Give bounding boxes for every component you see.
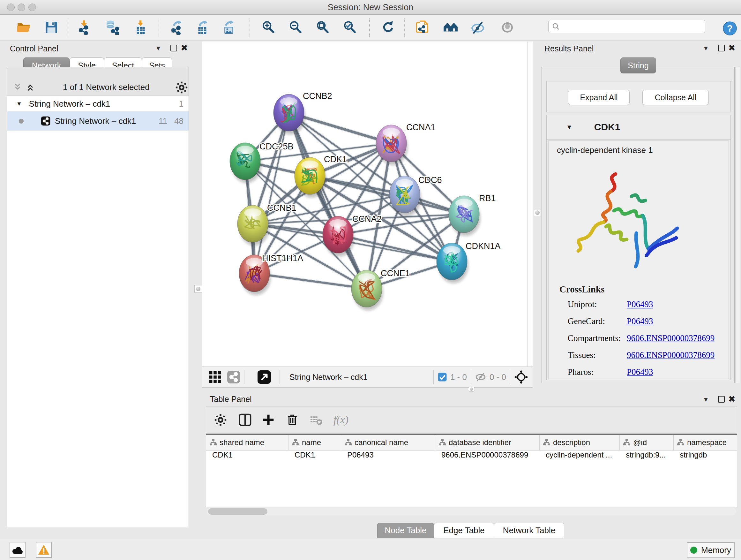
- tab-string[interactable]: String: [620, 57, 656, 73]
- control-panel-float-icon[interactable]: [171, 45, 177, 51]
- table-row[interactable]: CDK1CDK1P064939606.ENSP00000378699cyclin…: [206, 450, 737, 462]
- results-panel-collapse-icon[interactable]: ▼: [703, 45, 709, 52]
- expand-all-icon[interactable]: [25, 83, 36, 91]
- share-view-icon[interactable]: [227, 370, 240, 384]
- open-session-button[interactable]: [15, 18, 32, 37]
- export-table-button[interactable]: [194, 18, 212, 37]
- network-node[interactable]: [323, 216, 354, 256]
- export-image-button[interactable]: [220, 18, 238, 37]
- eye-slash-button[interactable]: [469, 18, 487, 37]
- gene-header-row[interactable]: ▼ CDK1: [546, 115, 731, 139]
- crosslink-link[interactable]: 9606.ENSP00000378699: [627, 333, 715, 343]
- control-panel-close-icon[interactable]: ✖: [181, 43, 188, 53]
- search-input[interactable]: [560, 22, 695, 31]
- left-splitter-handle[interactable]: [194, 285, 202, 293]
- warning-button[interactable]: [36, 542, 52, 558]
- crosslink-link[interactable]: 9606.ENSP00000378699: [627, 350, 715, 360]
- crosslink-row: Pharos:P06493: [568, 364, 729, 381]
- import-network-database-button[interactable]: [103, 18, 121, 37]
- collapse-all-button[interactable]: Collapse All: [643, 90, 709, 105]
- search-field[interactable]: [548, 20, 705, 33]
- network-label: String Network – cdk1: [55, 116, 136, 126]
- houses-button[interactable]: [442, 18, 460, 37]
- node-label: CCNE1: [381, 268, 410, 278]
- refresh-button[interactable]: [379, 18, 396, 37]
- table-hscrollbar-thumb[interactable]: [208, 508, 267, 515]
- results-panel-close-icon[interactable]: ✖: [728, 43, 736, 53]
- column-header-label: shared name: [219, 438, 264, 447]
- tab-edge-table[interactable]: Edge Table: [434, 523, 494, 538]
- open-in-new-window-icon[interactable]: [257, 370, 271, 384]
- table-panel-collapse-icon[interactable]: ▼: [703, 396, 709, 403]
- expand-all-button[interactable]: Expand All: [568, 90, 630, 105]
- import-table-button[interactable]: [131, 18, 149, 37]
- column-header-canonical-name[interactable]: canonical name: [341, 435, 435, 450]
- column-header-description[interactable]: description: [540, 435, 620, 450]
- crosslink-row: Compartments:9606.ENSP00000378699: [568, 330, 729, 347]
- houses-icon: [443, 20, 458, 35]
- crosslinks-list: Uniprot:P06493GeneCard:P06493Compartment…: [568, 296, 729, 381]
- cloud-button[interactable]: [10, 542, 25, 558]
- grid-view-icon[interactable]: [208, 370, 222, 384]
- network-node[interactable]: [449, 196, 480, 236]
- network-vertical-scrollbar[interactable]: [527, 42, 533, 367]
- table-cell: 9606.ENSP00000378699: [435, 450, 540, 462]
- network-node[interactable]: [436, 243, 468, 283]
- network-node[interactable]: [230, 143, 261, 183]
- column-header-database-identifier[interactable]: database identifier: [435, 435, 540, 450]
- export-table-icon: [196, 20, 210, 35]
- tab-string-label: String: [628, 61, 649, 70]
- table-hscrollbar-track[interactable]: [207, 508, 736, 515]
- network-node[interactable]: [238, 205, 269, 246]
- gene-disclosure-icon[interactable]: ▼: [566, 124, 572, 131]
- columns-icon[interactable]: [239, 413, 252, 427]
- results-panel-scrollbar[interactable]: [735, 67, 740, 383]
- toolbar-divider: [68, 18, 68, 37]
- network-canvas[interactable]: CCNB2CCNA1CDC25BCDK1CDC6RB1CCNB1CCNA2CDK…: [202, 42, 528, 367]
- selected-checkbox-icon[interactable]: [437, 372, 447, 382]
- gear-icon[interactable]: [175, 81, 188, 94]
- delete-table-icon[interactable]: [310, 414, 323, 426]
- eye-gray-button[interactable]: [498, 18, 516, 37]
- collapse-all-icon[interactable]: [13, 83, 23, 91]
- crosslink-link[interactable]: P06493: [627, 300, 653, 309]
- help-button[interactable]: ?: [721, 19, 739, 37]
- hidden-eye-icon[interactable]: [475, 372, 486, 382]
- crosslink-link[interactable]: P06493: [627, 316, 653, 326]
- save-session-button[interactable]: [43, 18, 60, 37]
- results-panel-float-icon[interactable]: [718, 45, 725, 51]
- zoom-out-button[interactable]: [287, 18, 305, 37]
- zoom-fit-button[interactable]: [314, 18, 332, 37]
- add-column-icon[interactable]: [262, 414, 275, 426]
- gene-name: CDK1: [594, 122, 620, 132]
- control-panel-collapse-icon[interactable]: ▼: [155, 45, 161, 52]
- column-header--id[interactable]: @id: [620, 435, 674, 450]
- zoom-selected-button[interactable]: [341, 18, 359, 37]
- delete-column-icon[interactable]: [286, 413, 298, 427]
- export-network-button[interactable]: [168, 18, 186, 37]
- function-builder-icon[interactable]: f(x): [333, 414, 348, 426]
- network-node[interactable]: [351, 270, 383, 310]
- network-collection-row[interactable]: ▼ String Network – cdk1 1: [7, 96, 189, 111]
- tab-network-table[interactable]: Network Table: [494, 523, 564, 538]
- right-splitter-handle[interactable]: [534, 209, 541, 216]
- disclosure-triangle-icon[interactable]: ▼: [16, 101, 22, 107]
- column-header-name[interactable]: name: [288, 435, 341, 450]
- table-panel-close-icon[interactable]: ✖: [728, 394, 736, 404]
- network-node[interactable]: [273, 94, 305, 134]
- tab-node-table[interactable]: Node Table: [377, 523, 434, 538]
- import-network-button[interactable]: [75, 18, 93, 37]
- column-header-shared-name[interactable]: shared name: [206, 435, 288, 450]
- table-gear-icon[interactable]: [214, 414, 227, 426]
- column-header-namespace[interactable]: namespace: [674, 435, 736, 450]
- network-row[interactable]: String Network – cdk1 11 48: [7, 111, 189, 131]
- document-share-button[interactable]: [414, 18, 432, 37]
- network-graph[interactable]: CCNB2CCNA1CDC25BCDK1CDC6RB1CCNB1CCNA2CDK…: [202, 42, 528, 367]
- birdseye-crosshair-icon[interactable]: [514, 370, 528, 384]
- bottom-splitter-handle[interactable]: [468, 387, 475, 392]
- memory-button[interactable]: Memory: [687, 542, 735, 558]
- zoom-in-button[interactable]: [260, 18, 278, 37]
- table-panel-float-icon[interactable]: [718, 396, 725, 402]
- memory-status-dot: [690, 547, 697, 554]
- crosslink-link[interactable]: P06493: [627, 367, 653, 377]
